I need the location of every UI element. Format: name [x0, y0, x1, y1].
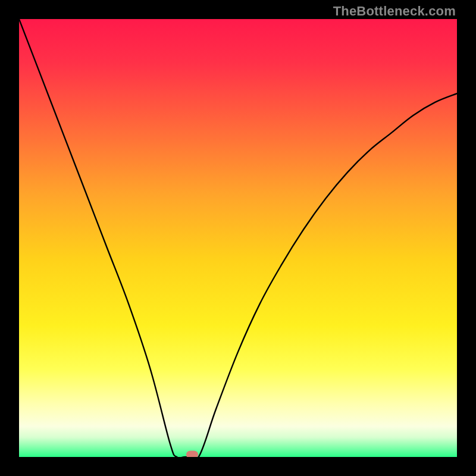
watermark-text: TheBottleneck.com: [333, 4, 456, 19]
plot-area: [19, 19, 457, 457]
chart-frame: TheBottleneck.com: [0, 0, 476, 476]
bottleneck-curve: [19, 19, 457, 457]
minimum-marker: [186, 451, 198, 457]
